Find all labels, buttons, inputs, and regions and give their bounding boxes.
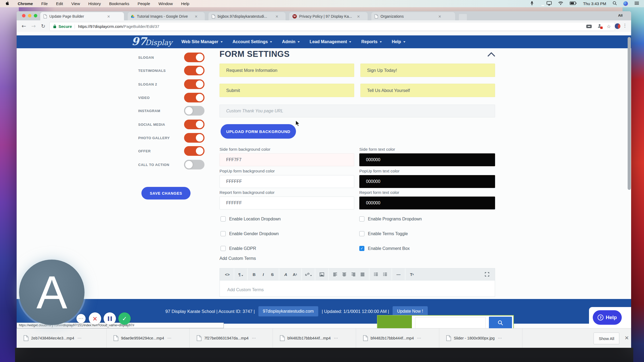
popup-form-text-color-input[interactable]: [359, 175, 495, 188]
microphone-icon[interactable]: [530, 1, 534, 6]
site-domain-button[interactable]: 97displaykaratestudio.com: [258, 306, 318, 316]
close-window-button[interactable]: [22, 14, 25, 17]
collapse-chevron-icon[interactable]: [487, 52, 496, 57]
tab-close-icon[interactable]: ×: [107, 14, 110, 18]
forward-button[interactable]: →: [30, 22, 38, 30]
tab-close-icon[interactable]: ×: [275, 14, 279, 18]
menubar-item-people[interactable]: People: [138, 1, 150, 6]
menubar-clock[interactable]: Thu 3:43 PM: [583, 1, 606, 6]
toggle-call-to-action[interactable]: [184, 160, 204, 169]
spotlight-search-icon[interactable]: [613, 1, 617, 6]
toggle-instagram[interactable]: [184, 106, 204, 116]
submit-button-text-input[interactable]: [219, 84, 354, 97]
checkbox-enable-programs-dropdown[interactable]: [359, 216, 364, 221]
report-form-text-color-input[interactable]: [359, 197, 495, 209]
download-item[interactable]: 7f27be08631947da...mp4 ⋯: [190, 328, 273, 348]
tab-bigbox[interactable]: bigbox.97displaykaratestudi... ×: [208, 12, 286, 20]
address-bar[interactable]: Secure https://97displaycrm.com /PageBui…: [49, 22, 615, 31]
close-downloads-bar-icon[interactable]: ×: [624, 334, 629, 341]
align-center-button[interactable]: [340, 270, 349, 278]
image-button[interactable]: [317, 270, 326, 278]
minimize-window-button[interactable]: [28, 14, 31, 17]
download-menu-icon[interactable]: ⋯: [334, 336, 338, 341]
help-button[interactable]: ? Help: [593, 310, 622, 325]
align-left-button[interactable]: [331, 270, 340, 278]
fullscreen-button[interactable]: [482, 270, 492, 278]
menubar-item-help[interactable]: Help: [181, 1, 189, 6]
tab-update-page-builder[interactable]: Update Page Builder ×: [40, 12, 124, 20]
widget-search-input[interactable]: [415, 317, 486, 328]
widget-search-button[interactable]: [489, 317, 512, 328]
side-form-text-color-input[interactable]: [359, 153, 495, 166]
link-button[interactable]: [304, 270, 313, 278]
checkbox-enable-location-dropdown[interactable]: [221, 216, 226, 221]
tab-organizations[interactable]: Organizations ×: [371, 12, 455, 20]
show-all-downloads-button[interactable]: Show All: [594, 333, 619, 344]
horizontal-rule-button[interactable]: —: [394, 270, 403, 278]
nav-help[interactable]: Help: [392, 39, 405, 44]
menubar-item-file[interactable]: File: [41, 1, 48, 6]
menubar-item-view[interactable]: View: [71, 1, 80, 6]
font-button[interactable]: A: [281, 270, 290, 278]
unordered-list-button[interactable]: [380, 270, 390, 278]
ordered-list-button[interactable]: [371, 270, 380, 278]
checkbox-enable-terms-toggle[interactable]: [359, 231, 364, 236]
toggle-testimonials[interactable]: [184, 66, 204, 75]
recorder-more-button[interactable]: •••: [76, 314, 86, 323]
popup-prompt-input[interactable]: [360, 84, 495, 97]
checkbox-enable-comment-box[interactable]: ✓: [359, 246, 364, 251]
profile-extension-icon[interactable]: [597, 24, 602, 28]
strikethrough-button[interactable]: S: [268, 270, 277, 278]
nav-admin[interactable]: Admin: [282, 39, 300, 44]
download-menu-icon[interactable]: ⋯: [252, 336, 256, 341]
editor-textarea[interactable]: Add Custom Terms: [219, 280, 495, 297]
notification-list-icon[interactable]: [634, 1, 639, 6]
recorder-finish-button[interactable]: ✓: [118, 312, 131, 325]
toggle-photo-gallery[interactable]: [184, 133, 204, 143]
recorder-cancel-button[interactable]: ×: [89, 312, 101, 325]
toggle-social-media[interactable]: [184, 120, 204, 129]
wifi-icon[interactable]: [558, 1, 563, 6]
nav-web-site-manager[interactable]: Web Site Manager: [181, 39, 223, 44]
zoom-window-button[interactable]: [34, 14, 37, 17]
extension-icon[interactable]: [615, 23, 620, 29]
download-menu-icon[interactable]: ⋯: [167, 336, 171, 341]
menubar-item-history[interactable]: History: [88, 1, 101, 6]
popup-form-header-input[interactable]: [360, 64, 495, 77]
nav-reports[interactable]: Reports: [361, 39, 382, 44]
download-item[interactable]: 9dae9e9594294ce...mp4 ⋯: [107, 328, 190, 348]
report-form-bg-color-input[interactable]: [219, 197, 354, 209]
toggle-slogan-2[interactable]: [184, 79, 204, 89]
paragraph-style-button[interactable]: ¶: [236, 270, 245, 278]
apple-icon[interactable]: [5, 1, 9, 6]
toggle-slogan[interactable]: [184, 53, 204, 62]
download-menu-icon[interactable]: ⋯: [77, 336, 81, 341]
italic-button[interactable]: I: [259, 270, 268, 278]
download-item[interactable]: 2eb7438484ec4e3...mp4 ⋯: [17, 328, 107, 348]
tab-close-icon[interactable]: ×: [438, 14, 441, 18]
side-form-header-input[interactable]: [219, 64, 354, 77]
menubar-app-name[interactable]: Chrome: [18, 1, 33, 6]
download-menu-icon[interactable]: ⋯: [417, 336, 421, 341]
new-tab-button[interactable]: [459, 14, 467, 20]
custom-thank-you-url-input[interactable]: [219, 105, 495, 117]
menubar-item-bookmarks[interactable]: Bookmarks: [109, 1, 129, 6]
save-changes-button[interactable]: SAVE CHANGES: [141, 187, 191, 200]
checkbox-enable-gdpr[interactable]: [221, 246, 226, 251]
align-right-button[interactable]: [349, 270, 358, 278]
siri-icon[interactable]: [623, 1, 628, 6]
download-item[interactable]: Slider - 1800x900px.jpg ⋯: [439, 328, 522, 348]
recorder-pause-button[interactable]: [104, 312, 116, 325]
back-button[interactable]: ←: [20, 22, 28, 30]
tab-tutorial-images[interactable]: Tutorial Images - Google Drive ×: [128, 12, 205, 20]
menubar-item-window[interactable]: Window: [158, 1, 173, 6]
toggle-video[interactable]: [184, 93, 204, 102]
tab-close-icon[interactable]: ×: [357, 14, 360, 18]
download-item[interactable]: bf4482b17bbb444f...mp4 ⋯: [356, 328, 439, 348]
subscript-button[interactable]: A1: [290, 270, 299, 278]
airplay-icon[interactable]: [547, 1, 552, 6]
menubar-item-edit[interactable]: Edit: [56, 1, 63, 6]
chrome-menu-icon[interactable]: ⋮: [623, 23, 627, 28]
popup-form-bg-color-input[interactable]: [219, 175, 354, 188]
bold-button[interactable]: B: [250, 270, 259, 278]
